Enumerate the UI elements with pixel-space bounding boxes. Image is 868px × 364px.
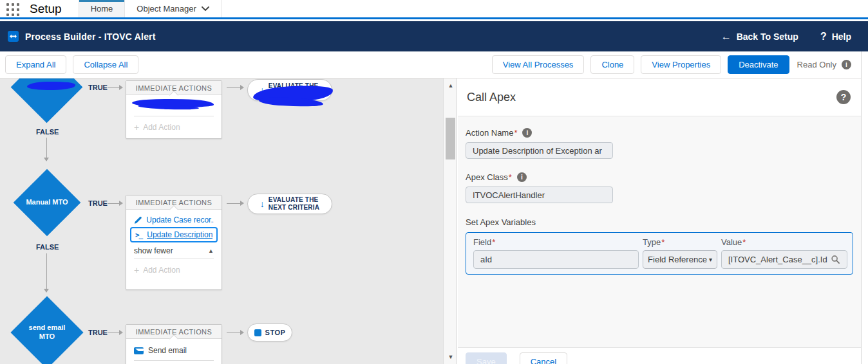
dropdown-caret-icon: ▾ <box>709 256 712 263</box>
help-icon: ? <box>820 31 827 42</box>
stop-pill[interactable]: STOP <box>247 323 292 341</box>
connector-arrow <box>108 87 122 88</box>
panel-title: Call Apex <box>467 91 516 104</box>
true-label-3: TRUE <box>88 329 108 336</box>
connector-arrow <box>227 332 243 333</box>
variable-value-input[interactable]: [ITOVC_Alert_Case__c].Id <box>721 250 847 269</box>
tab-object-manager[interactable]: Object Manager <box>125 0 222 17</box>
plus-icon: + <box>134 122 139 132</box>
add-action-button[interactable]: + Add Action <box>126 259 222 282</box>
canvas-scrollbar[interactable]: ▲ ▼ <box>443 78 457 364</box>
process-builder-icon <box>8 31 19 42</box>
type-column-header: Type* <box>643 237 665 247</box>
false-label-2: FALSE <box>36 243 59 251</box>
global-header: Setup Home Object Manager <box>0 0 868 19</box>
help-label: Help <box>832 32 851 42</box>
criteria-node-manual-mto[interactable]: Manual MTO <box>14 169 80 236</box>
plus-icon: + <box>134 265 139 275</box>
tab-home[interactable]: Home <box>79 0 126 17</box>
page-header-bar: Process Builder - ITOVC Alert ← Back To … <box>0 21 868 51</box>
call-apex-panel: Call Apex ? Action Name* i Update Descri… <box>458 78 861 364</box>
back-to-setup-label: Back To Setup <box>737 32 798 42</box>
app-launcher-icon[interactable] <box>6 3 21 17</box>
canvas-scrollbar-thumb[interactable] <box>446 118 455 159</box>
tab-object-manager-label: Object Manager <box>137 4 196 14</box>
variable-field-input[interactable]: aId <box>473 250 639 269</box>
value-column-header: Value* <box>721 237 746 247</box>
immediate-actions-box-2: IMMEDIATE ACTIONS Update Case recor... >… <box>126 195 222 290</box>
view-properties-button[interactable]: View Properties <box>641 55 721 74</box>
apex-variables-table: Field* Type* Value* aId Field Reference … <box>466 232 853 275</box>
setup-app-title: Setup <box>30 2 62 17</box>
tab-home-label: Home <box>91 4 113 14</box>
save-button[interactable]: Save <box>466 352 507 364</box>
required-asterisk: * <box>509 172 512 182</box>
search-icon[interactable] <box>831 255 840 264</box>
field-column-header: Field* <box>473 237 495 247</box>
action-name-input[interactable]: Update Description of Exception ar <box>466 142 613 159</box>
action-name-info-icon[interactable]: i <box>522 128 532 138</box>
connector-arrow <box>227 87 243 88</box>
chevron-up-icon: ▲ <box>208 248 214 254</box>
clone-button[interactable]: Clone <box>590 55 634 74</box>
false-label-1: FALSE <box>36 128 59 136</box>
true-label-1: TRUE <box>88 84 108 91</box>
back-to-setup-link[interactable]: ← Back To Setup <box>721 31 798 42</box>
immediate-actions-header: IMMEDIATE ACTIONS <box>126 325 222 339</box>
action-name-label: Action Name* i <box>466 128 853 138</box>
connector-arrow <box>46 138 47 161</box>
read-only-status: Read Only i <box>797 60 851 69</box>
evaluate-next-criteria-pill-2[interactable]: ↓ EVALUATE THE NEXT CRITERIA <box>247 194 332 214</box>
apex-code-icon: >_ <box>135 231 142 239</box>
immediate-actions-header: IMMEDIATE ACTIONS <box>126 196 222 210</box>
variable-type-dropdown[interactable]: Field Reference ▾ <box>643 250 717 269</box>
view-all-processes-button[interactable]: View All Processes <box>492 55 585 74</box>
show-fewer-toggle[interactable]: show fewer ▲ <box>126 244 222 259</box>
cancel-button[interactable]: Cancel <box>520 352 567 364</box>
set-apex-variables-label: Set Apex Variables <box>466 217 853 227</box>
immediate-actions-header: IMMEDIATE ACTIONS <box>126 81 222 95</box>
page-scrollbar-track[interactable] <box>861 51 868 364</box>
connector-arrow <box>227 203 243 204</box>
immediate-actions-box-1: IMMEDIATE ACTIONS + Add Action <box>126 80 222 139</box>
apex-class-info-icon[interactable]: i <box>517 172 527 182</box>
connector-arrow <box>108 203 122 204</box>
apex-class-label: Apex Class* i <box>466 172 853 182</box>
connector-arrow <box>46 253 47 292</box>
true-label-2: TRUE <box>88 199 108 207</box>
scroll-down-icon[interactable]: ▼ <box>444 354 457 360</box>
expand-all-button[interactable]: Expand All <box>5 55 66 74</box>
collapse-all-button[interactable]: Collapse All <box>73 55 138 74</box>
criteria-node-send-email-mto[interactable]: send email MTO <box>10 296 84 364</box>
panel-help-icon[interactable]: ? <box>836 90 851 104</box>
page-title: Process Builder - ITOVC Alert <box>25 32 156 42</box>
scroll-up-icon[interactable]: ▲ <box>444 82 457 89</box>
envelope-icon <box>134 347 144 354</box>
immediate-actions-box-3: IMMEDIATE ACTIONS Send email <box>126 324 222 364</box>
process-toolbar: Expand All Collapse All View All Process… <box>0 51 868 78</box>
pencil-icon <box>134 216 142 224</box>
down-arrow-icon: ↓ <box>260 199 265 209</box>
chevron-down-icon <box>202 6 209 12</box>
apex-class-input[interactable]: ITVOCAlertHandler <box>466 187 613 203</box>
connector-arrow <box>108 332 122 333</box>
add-action-button[interactable]: + Add Action <box>126 116 222 139</box>
action-update-description-selected[interactable]: >_ Update Description... <box>130 227 218 242</box>
deactivate-button[interactable]: Deactivate <box>728 55 789 74</box>
help-link[interactable]: ? Help <box>820 31 851 42</box>
process-canvas: TRUE FALSE IMMEDIATE ACTIONS + Add Actio… <box>0 78 457 364</box>
process-builder-app: Setup Home Object Manager Process Builde… <box>0 0 868 364</box>
read-only-label: Read Only <box>797 60 836 69</box>
stop-square-icon <box>254 329 261 336</box>
back-arrow-icon: ← <box>721 31 731 42</box>
read-only-info-icon[interactable]: i <box>842 60 851 69</box>
required-asterisk: * <box>514 128 517 138</box>
